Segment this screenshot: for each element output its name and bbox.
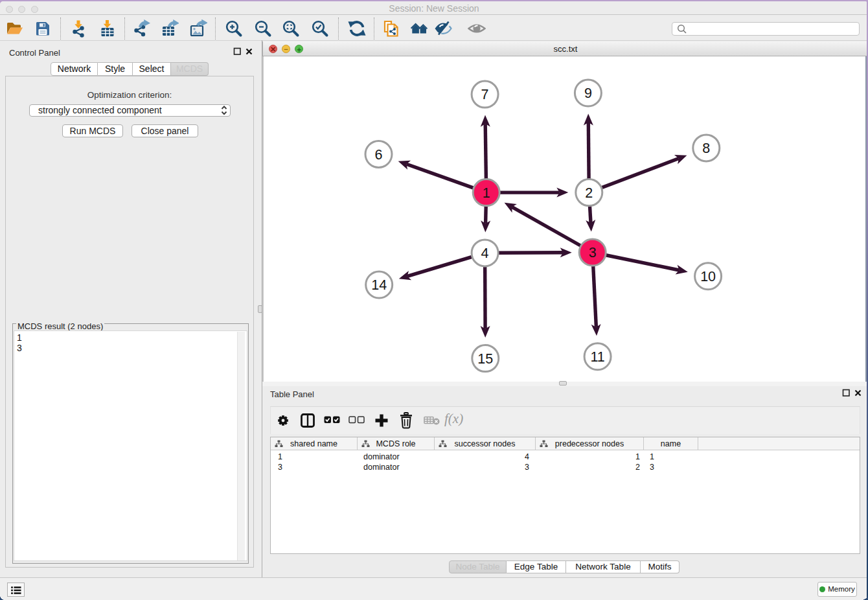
svg-text:4: 4 (481, 246, 489, 261)
svg-text:10: 10 (700, 269, 716, 284)
svg-text:6: 6 (375, 147, 383, 163)
svg-text:15: 15 (477, 351, 493, 367)
svg-text:7: 7 (481, 87, 489, 102)
svg-text:1: 1 (483, 185, 490, 201)
svg-text:11: 11 (590, 349, 604, 365)
svg-text:2: 2 (585, 185, 593, 201)
svg-text:9: 9 (584, 86, 592, 101)
svg-text:3: 3 (589, 245, 597, 260)
svg-text:8: 8 (702, 141, 710, 156)
svg-text:14: 14 (371, 277, 387, 293)
